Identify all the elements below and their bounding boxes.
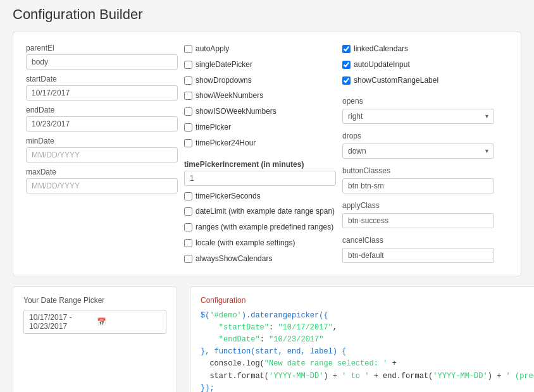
maxDate-input[interactable] [26,178,178,193]
maxDate-group: maxDate [26,168,178,193]
singleDatePicker-checkbox-label[interactable]: singleDatePicker [184,59,336,70]
startDate-label: startDate [26,75,178,83]
timePicker24Hour-checkbox-label[interactable]: timePicker24Hour [184,138,336,149]
linkedCalendars-text: linkedCalendars [354,44,408,54]
col2: autoApply singleDatePicker showDropdowns… [184,44,336,264]
applyClass-group: applyClass [342,199,494,228]
linkedCalendars-checkbox[interactable] [342,45,351,53]
cancelClass-label: cancelClass [342,236,494,245]
col1: parentEl startDate endDate minDate maxDa… [26,44,178,264]
config-builder-card: parentEl startDate endDate minDate maxDa… [13,32,521,276]
dateLimit-checkbox-label[interactable]: dateLimit (with example date range span) [184,206,336,217]
timePickerIncrement-input[interactable] [184,171,336,186]
showISOWeekNumbers-text: showISOWeekNumbers [196,106,276,117]
timePicker24Hour-text: timePicker24Hour [196,138,256,149]
timePickerSeconds-checkbox[interactable] [184,192,192,200]
dateLimit-text: dateLimit (with example date range span) [196,206,335,217]
startDate-group: startDate [26,75,178,101]
drops-label: drops [342,132,494,140]
opens-group: opens left right center [342,94,494,124]
autoApply-checkbox[interactable] [184,45,192,53]
showCustomRangeLabel-checkbox[interactable] [342,77,351,85]
autoUpdateInput-text: autoUpdateInput [354,59,410,70]
ranges-checkbox-label[interactable]: ranges (with example predefined ranges) [184,222,336,233]
showISOWeekNumbers-checkbox[interactable] [184,107,192,116]
cancelClass-input[interactable] [342,248,494,263]
cancelClass-group: cancelClass [342,233,494,263]
showCustomRangeLabel-text: showCustomRangeLabel [354,75,438,86]
timePicker-checkbox[interactable] [184,123,192,132]
showWeekNumbers-checkbox-label[interactable]: showWeekNumbers [184,90,336,101]
buttonClasses-group: buttonClasses [342,164,494,193]
config-grid: parentEl startDate endDate minDate maxDa… [26,44,508,264]
autoApply-checkbox-label[interactable]: autoApply [184,44,336,54]
endDate-group: endDate [26,106,178,132]
autoUpdateInput-checkbox[interactable] [342,61,351,69]
drops-select-wrap: down up [342,144,494,159]
minDate-group: minDate [26,137,178,162]
configuration-label: Configuration [201,296,534,305]
autoUpdateInput-checkbox-label[interactable]: autoUpdateInput [342,59,494,70]
picker-card: Your Date Range Picker 10/17/2017 - 10/2… [13,286,177,392]
opens-select[interactable]: left right center [342,109,494,124]
date-range-value: 10/17/2017 - 10/23/2017 [29,313,93,331]
locale-checkbox-label[interactable]: locale (with example settings) [184,238,336,248]
alwaysShowCalendars-text: alwaysShowCalendars [196,254,272,264]
timePickerSeconds-checkbox-label[interactable]: timePickerSeconds [184,191,336,202]
alwaysShowCalendars-checkbox-label[interactable]: alwaysShowCalendars [184,254,336,264]
buttonClasses-input[interactable] [342,178,494,193]
drops-group: drops down up [342,129,494,159]
endDate-label: endDate [26,106,178,114]
endDate-input[interactable] [26,116,178,132]
showWeekNumbers-checkbox[interactable] [184,92,192,100]
page-title: Configuration Builder [13,6,521,23]
bottom-section: Your Date Range Picker 10/17/2017 - 10/2… [13,286,521,392]
code-block: $('#demo').daterangepicker({ "startDate"… [201,310,534,392]
applyClass-label: applyClass [342,201,494,210]
startDate-input[interactable] [26,85,178,101]
timePicker24Hour-checkbox[interactable] [184,139,192,147]
timePickerIncrement-label: timePickerIncrement (in minutes) [184,160,336,169]
linkedCalendars-checkbox-label[interactable]: linkedCalendars [342,44,494,54]
minDate-label: minDate [26,137,178,145]
showDropdowns-text: showDropdowns [196,75,252,86]
showCustomRangeLabel-checkbox-label[interactable]: showCustomRangeLabel [342,75,494,86]
parentEl-input[interactable] [26,54,178,70]
autoApply-text: autoApply [196,44,229,54]
alwaysShowCalendars-checkbox[interactable] [184,255,192,263]
timePickerSeconds-text: timePickerSeconds [196,191,261,202]
applyClass-input[interactable] [342,213,494,228]
locale-checkbox[interactable] [184,239,192,247]
date-range-input-wrap[interactable]: 10/17/2017 - 10/23/2017 📅 [23,310,166,334]
locale-text: locale (with example settings) [196,238,295,248]
singleDatePicker-text: singleDatePicker [196,59,252,70]
showDropdowns-checkbox-label[interactable]: showDropdowns [184,75,336,86]
timePicker-checkbox-label[interactable]: timePicker [184,122,336,133]
opens-select-wrap: left right center [342,109,494,124]
opens-label: opens [342,97,494,106]
calendar-icon: 📅 [97,317,161,326]
dateLimit-checkbox[interactable] [184,207,192,216]
buttonClasses-label: buttonClasses [342,166,494,175]
showWeekNumbers-text: showWeekNumbers [196,90,263,101]
timePickerIncrement-group: timePickerIncrement (in minutes) [184,156,336,186]
ranges-checkbox[interactable] [184,223,192,231]
maxDate-label: maxDate [26,168,178,176]
timePicker-text: timePicker [196,122,231,133]
parentEl-group: parentEl [26,44,178,70]
showISOWeekNumbers-checkbox-label[interactable]: showISOWeekNumbers [184,106,336,117]
drops-select[interactable]: down up [342,144,494,159]
configuration-card: Configuration $('#demo').daterangepicker… [190,286,534,392]
ranges-text: ranges (with example predefined ranges) [196,222,333,233]
minDate-input[interactable] [26,147,178,162]
col3: linkedCalendars autoUpdateInput showCust… [342,44,494,264]
showDropdowns-checkbox[interactable] [184,77,192,85]
parentEl-label: parentEl [26,44,178,52]
picker-label: Your Date Range Picker [23,296,166,305]
singleDatePicker-checkbox[interactable] [184,61,192,69]
